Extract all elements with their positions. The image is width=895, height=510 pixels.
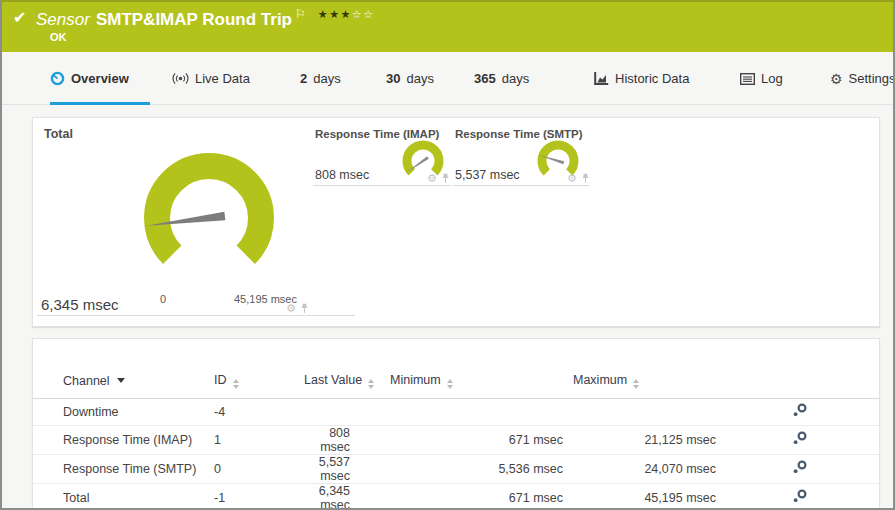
channel-last-value: 6,345 msec xyxy=(304,483,390,510)
channel-name: Downtime xyxy=(33,398,214,425)
column-header-minimum[interactable]: Minimum xyxy=(390,365,573,398)
tab-2-days[interactable]: 2 days xyxy=(300,52,341,105)
sensor-header: ✔ SensorSMTP&IMAP Round Trip⚐★★★☆☆ OK xyxy=(2,2,893,52)
sort-icon xyxy=(368,379,374,389)
channel-maximum: 24,070 msec xyxy=(573,454,726,483)
channel-id: 0 xyxy=(214,454,304,483)
tab-historic-data[interactable]: Historic Data xyxy=(594,52,689,105)
column-label: Last Value xyxy=(304,373,362,387)
table-header-row: Channel ID Last Value Minimum Maximum xyxy=(33,365,879,398)
sort-icon xyxy=(233,379,239,389)
chart-icon xyxy=(594,72,609,86)
channel-id: -1 xyxy=(214,483,304,510)
broadcast-icon xyxy=(172,72,189,85)
smtp-gauge-actions: ⚙ xyxy=(567,173,590,184)
channel-table: Channel ID Last Value Minimum Maximum Do… xyxy=(33,365,879,510)
total-gauge xyxy=(141,150,277,286)
edit-channel-icon[interactable] xyxy=(792,431,808,445)
sensor-title-line: SensorSMTP&IMAP Round Trip⚐★★★☆☆ xyxy=(36,7,375,30)
stars-empty: ☆☆ xyxy=(352,8,375,20)
pin-icon[interactable] xyxy=(441,173,450,184)
imap-widget-divider xyxy=(313,185,450,186)
imap-gauge-value: 808 msec xyxy=(315,168,369,182)
channel-minimum: 5,536 msec xyxy=(390,454,573,483)
tab-number: 30 xyxy=(386,71,400,86)
channel-last-value xyxy=(304,398,390,425)
tab-number: 365 xyxy=(474,71,496,86)
tab-label: Historic Data xyxy=(615,71,689,86)
channel-name: Response Time (SMTP) xyxy=(33,454,214,483)
column-header-edit xyxy=(726,365,879,398)
status-badge: OK xyxy=(50,31,67,43)
tab-label: days xyxy=(313,71,340,86)
column-label: Channel xyxy=(63,374,110,388)
channel-last-value: 5,537 msec xyxy=(304,454,390,483)
channel-edit-cell xyxy=(726,454,879,483)
stars-filled: ★★★ xyxy=(318,8,352,20)
channel-name: Total xyxy=(33,483,214,510)
column-header-maximum[interactable]: Maximum xyxy=(573,365,726,398)
tab-settings[interactable]: ⚙ Settings xyxy=(830,52,895,105)
sort-desc-icon xyxy=(117,378,125,383)
channel-edit-cell xyxy=(726,483,879,510)
channel-maximum: 21,125 msec xyxy=(573,425,726,454)
channel-maximum xyxy=(573,398,726,425)
total-gauge-value: 6,345 msec xyxy=(41,296,119,313)
edit-channel-icon[interactable] xyxy=(792,460,808,474)
tab-log[interactable]: Log xyxy=(740,52,783,105)
edit-channel-icon[interactable] xyxy=(792,489,808,503)
page-title: SMTP&IMAP Round Trip xyxy=(96,10,292,29)
column-header-last-value[interactable]: Last Value xyxy=(304,365,390,398)
priority-stars[interactable]: ★★★☆☆ xyxy=(318,8,375,20)
tab-label: days xyxy=(502,71,529,86)
column-label: ID xyxy=(214,373,227,387)
channel-maximum: 45,195 msec xyxy=(573,483,726,510)
active-tab-underline xyxy=(50,102,150,105)
status-ok-check-icon: ✔ xyxy=(13,8,26,27)
channel-minimum: 671 msec xyxy=(390,425,573,454)
channel-edit-cell xyxy=(726,425,879,454)
channel-id: 1 xyxy=(214,425,304,454)
tab-bar: Overview Live Data 2 days 30 days 365 da… xyxy=(2,52,893,105)
tab-30-days[interactable]: 30 days xyxy=(386,52,434,105)
tab-number: 2 xyxy=(300,71,307,86)
gear-icon: ⚙ xyxy=(830,72,843,86)
total-gauge-actions: ⚙ xyxy=(286,303,309,314)
sensor-kind-label: Sensor xyxy=(36,10,90,29)
gauge-title-total: Total xyxy=(44,127,73,141)
pin-icon[interactable] xyxy=(581,173,590,184)
tab-365-days[interactable]: 365 days xyxy=(474,52,529,105)
edit-channel-icon[interactable] xyxy=(792,403,808,417)
imap-gauge-actions: ⚙ xyxy=(427,173,450,184)
gear-icon[interactable]: ⚙ xyxy=(427,173,437,184)
tab-overview[interactable]: Overview xyxy=(50,52,129,105)
tab-label: Overview xyxy=(71,71,129,86)
table-row: Response Time (IMAP) 1 808 msec 671 msec… xyxy=(33,425,879,454)
table-row: Downtime -4 xyxy=(33,398,879,425)
column-header-channel[interactable]: Channel xyxy=(33,365,214,398)
gauges-panel: Total 0 45,195 msec 6,345 msec ⚙ Respons… xyxy=(32,117,880,327)
channel-last-value: 808 msec xyxy=(304,425,390,454)
channel-id: -4 xyxy=(214,398,304,425)
tab-label: Settings xyxy=(849,71,895,86)
channel-minimum xyxy=(390,398,573,425)
tab-label: Live Data xyxy=(195,71,250,86)
log-icon xyxy=(740,73,755,85)
channel-minimum: 671 msec xyxy=(390,483,573,510)
channels-panel: Channel ID Last Value Minimum Maximum Do… xyxy=(32,338,880,510)
sort-icon xyxy=(633,379,639,389)
sort-icon xyxy=(447,379,453,389)
tab-label: Log xyxy=(761,71,783,86)
gauge-icon xyxy=(50,71,65,86)
gear-icon[interactable]: ⚙ xyxy=(286,303,296,314)
total-gauge-scale-min: 0 xyxy=(133,293,193,305)
total-widget-divider xyxy=(37,315,355,316)
tab-live-data[interactable]: Live Data xyxy=(172,52,250,105)
channel-name: Response Time (IMAP) xyxy=(33,425,214,454)
flag-icon[interactable]: ⚐ xyxy=(295,7,306,21)
pin-icon[interactable] xyxy=(300,303,309,314)
column-header-id[interactable]: ID xyxy=(214,365,304,398)
tab-label: days xyxy=(406,71,433,86)
column-label: Minimum xyxy=(390,373,441,387)
gear-icon[interactable]: ⚙ xyxy=(567,173,577,184)
